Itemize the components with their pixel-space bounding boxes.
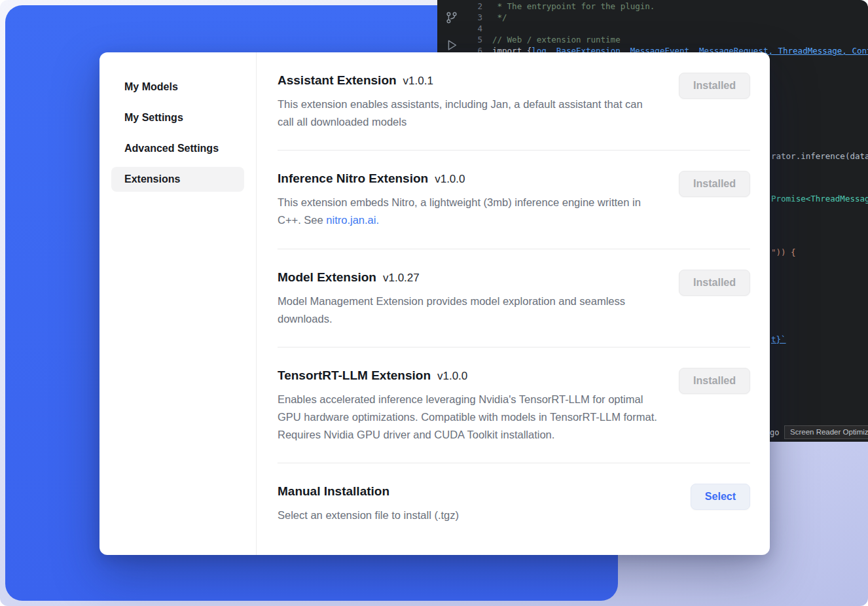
code-fragment: ")) { [771,247,868,257]
extension-description: Model Management Extension provides mode… [278,293,660,327]
screen: 2 * The entrypoint for the plugin. 3 */ … [0,0,868,606]
extension-row: TensortRT-LLM Extensionv1.0.0 Enables ac… [278,347,750,463]
code-text: // Web / extension runtime [492,34,621,45]
extension-version: v1.0.1 [403,75,433,87]
section-name: Manual Installation [278,484,389,498]
extension-name: TensortRT-LLM Extension [278,368,431,382]
extension-name: Model Extension [278,270,376,284]
settings-sidebar: My Models My Settings Advanced Settings … [99,52,257,555]
extension-title: Inference Nitro Extensionv1.0.0 [278,170,660,188]
extension-version: v1.0.0 [435,173,465,185]
code-line: 5// Web / extension runtime [471,34,868,45]
line-number: 2 [471,1,492,12]
code-line: 3 */ [471,12,868,23]
line-number: 5 [471,34,492,45]
extension-name: Assistant Extension [278,73,397,87]
line-number: 3 [471,12,492,23]
extension-row: Model Extensionv1.0.27 Model Management … [278,249,750,347]
extension-version: v1.0.27 [383,272,420,284]
code-area: 2 * The entrypoint for the plugin. 3 */ … [471,1,868,56]
extension-row: Inference Nitro Extensionv1.0.0 This ext… [278,150,750,248]
sidebar-item-extensions[interactable]: Extensions [111,167,244,192]
extensions-list: Assistant Extensionv1.0.1 This extension… [257,52,770,555]
extension-description: This extension enables assistants, inclu… [278,96,660,130]
screen-reader-chip[interactable]: Screen Reader Optimize [784,425,868,439]
code-line: 2 * The entrypoint for the plugin. [471,1,868,12]
source-control-icon[interactable] [444,10,459,27]
extension-description: Enables accelerated inference leveraging… [278,391,660,443]
extension-title: Model Extensionv1.0.27 [278,269,660,287]
sidebar-item-my-models[interactable]: My Models [111,75,244,99]
sidebar-item-advanced-settings[interactable]: Advanced Settings [111,136,244,161]
code-fragment: rator.inference(data)); [771,151,868,161]
select-file-button[interactable]: Select [691,484,750,510]
code-fragment: Promise<ThreadMessage> [771,194,868,204]
installed-button[interactable]: Installed [679,368,750,394]
status-text: go [770,428,779,437]
installed-button[interactable]: Installed [679,270,750,296]
settings-modal: My Models My Settings Advanced Settings … [99,52,770,555]
manual-installation-title: Manual Installation [278,483,459,501]
code-line: 4 [471,23,868,34]
extension-row: Assistant Extensionv1.0.1 This extension… [278,54,750,150]
extension-description: This extension embeds Nitro, a lightweig… [278,194,660,228]
extension-name: Inference Nitro Extension [278,171,428,185]
manual-installation-row: Manual Installation Select an extension … [278,463,750,544]
line-number: 4 [471,23,492,34]
installed-button[interactable]: Installed [679,73,750,99]
manual-installation-description: Select an extension file to install (.tg… [278,507,459,524]
extension-title: Assistant Extensionv1.0.1 [278,72,660,90]
extension-title: TensortRT-LLM Extensionv1.0.0 [278,367,660,385]
code-text: */ [492,12,507,23]
nitro-jan-ai-link[interactable]: nitro.jan.ai. [326,214,379,226]
code-text: * The entrypoint for the plugin. [492,1,655,12]
sidebar-item-my-settings[interactable]: My Settings [111,105,244,130]
code-fragment: t}` [771,334,868,344]
extension-version: v1.0.0 [437,370,467,382]
installed-button[interactable]: Installed [679,171,750,197]
